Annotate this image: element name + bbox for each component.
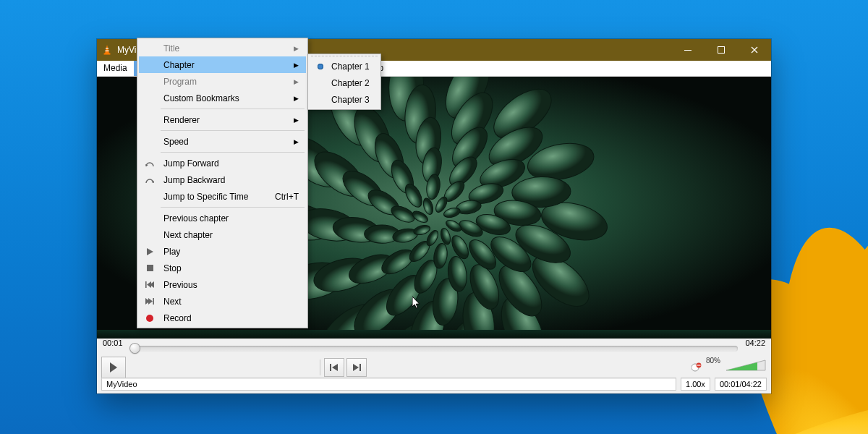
chapter-submenu-item[interactable]: Chapter 1 xyxy=(310,58,379,75)
submenu-arrow-icon: ▶ xyxy=(294,95,299,102)
svg-rect-10 xyxy=(718,47,725,54)
chapter-label: Chapter 3 xyxy=(331,95,370,105)
chapter-submenu-item[interactable]: Chapter 2 xyxy=(310,75,379,91)
playback-menu-item: Title▶ xyxy=(139,40,306,56)
chapter-submenu: Chapter 1Chapter 2Chapter 3 xyxy=(307,54,381,110)
total-time[interactable]: 04:22 xyxy=(745,339,765,347)
mute-toggle-icon[interactable] xyxy=(692,362,702,373)
frame-taskbar-strip xyxy=(97,330,771,339)
menu-item-label: Stop xyxy=(163,263,182,273)
playback-menu-item[interactable]: Chapter▶ xyxy=(139,56,306,73)
submenu-arrow-icon: ▶ xyxy=(294,61,299,69)
menu-item-label: Record xyxy=(163,313,192,323)
svg-rect-85 xyxy=(697,365,701,365)
volume-slider[interactable] xyxy=(725,359,767,376)
minimize-button[interactable] xyxy=(671,39,705,61)
playback-menu-item[interactable]: Custom Bookmarks▶ xyxy=(139,90,306,106)
menu-item-label: Jump Backward xyxy=(163,175,225,185)
radio-selected-icon xyxy=(313,64,328,69)
stop-icon xyxy=(142,265,157,271)
playback-menu-item[interactable]: Previous chapter xyxy=(139,210,306,226)
menu-item-label: Next chapter xyxy=(163,230,213,240)
maximize-button[interactable] xyxy=(705,39,738,61)
submenu-arrow-icon: ▶ xyxy=(294,116,299,124)
menu-item-label: Renderer xyxy=(163,115,200,125)
menu-item-label: Previous xyxy=(163,280,197,290)
status-time[interactable]: 00:01/04:22 xyxy=(715,378,767,391)
svg-rect-87 xyxy=(145,281,147,288)
svg-rect-88 xyxy=(153,298,154,305)
play-button[interactable] xyxy=(101,357,126,378)
svg-rect-8 xyxy=(104,54,111,55)
playback-menu-item[interactable]: Stop xyxy=(139,260,306,276)
skip-next-icon xyxy=(142,298,157,305)
vlc-cone-icon xyxy=(97,44,117,56)
jump-backward-icon xyxy=(142,176,157,184)
seek-slider[interactable] xyxy=(130,343,738,352)
menu-item-label: Previous chapter xyxy=(163,213,229,224)
controls-panel: 00:01 04:22 80% MyVideo 1.00x 00:01/04:2… xyxy=(97,339,771,393)
playback-menu-item[interactable]: Next xyxy=(139,293,306,310)
chapter-label: Chapter 1 xyxy=(331,61,370,72)
elapsed-time[interactable]: 00:01 xyxy=(103,339,123,347)
playback-menu-item[interactable]: Jump to Specific TimeCtrl+T xyxy=(139,188,306,205)
play-icon xyxy=(142,248,157,255)
svg-rect-6 xyxy=(106,48,109,48)
status-speed[interactable]: 1.00x xyxy=(681,378,710,391)
svg-rect-7 xyxy=(105,51,109,51)
playback-menu-item[interactable]: Play xyxy=(139,243,306,260)
chapter-submenu-item[interactable]: Chapter 3 xyxy=(310,91,379,108)
svg-rect-9 xyxy=(684,50,692,51)
menu-accelerator: Ctrl+T xyxy=(275,192,299,202)
svg-rect-82 xyxy=(359,364,361,371)
playback-menu-item: Program▶ xyxy=(139,73,306,90)
svg-rect-86 xyxy=(147,265,153,271)
jump-forward-icon xyxy=(142,160,157,167)
chapter-label: Chapter 2 xyxy=(331,78,370,88)
volume-percent: 80% xyxy=(706,357,720,365)
menu-item-label: Next xyxy=(163,297,182,307)
submenu-arrow-icon: ▶ xyxy=(294,78,299,85)
close-button[interactable] xyxy=(738,39,771,61)
record-icon xyxy=(142,315,157,322)
menu-item-label: Title xyxy=(163,43,179,54)
menu-item-label: Speed xyxy=(163,137,189,147)
menu-media[interactable]: Media xyxy=(97,61,134,76)
playback-menu-item[interactable]: Jump Backward xyxy=(139,171,306,188)
playback-menu-item[interactable]: Jump Forward xyxy=(139,155,306,171)
menu-item-label: Jump Forward xyxy=(163,158,219,169)
menu-item-label: Jump to Specific Time xyxy=(163,192,248,202)
submenu-arrow-icon: ▶ xyxy=(294,45,299,52)
status-filename: MyVideo xyxy=(101,378,676,391)
menu-item-label: Program xyxy=(163,77,197,87)
menu-item-label: Chapter xyxy=(163,60,195,70)
playback-menu-item[interactable]: Record xyxy=(139,310,306,326)
svg-rect-81 xyxy=(330,364,331,371)
menu-item-label: Custom Bookmarks xyxy=(163,93,239,103)
menu-item-label: Play xyxy=(163,247,180,257)
skip-previous-icon xyxy=(142,281,157,288)
playback-menu-item[interactable]: Renderer▶ xyxy=(139,111,306,128)
skip-next-button[interactable] xyxy=(346,358,367,377)
playback-menu-item[interactable]: Previous xyxy=(139,276,306,293)
playback-menu-item[interactable]: Speed▶ xyxy=(139,133,306,150)
skip-previous-button[interactable] xyxy=(324,358,344,377)
playback-menu-item[interactable]: Next chapter xyxy=(139,226,306,243)
playback-dropdown: Title▶Chapter▶Program▶Custom Bookmarks▶R… xyxy=(137,38,308,328)
submenu-arrow-icon: ▶ xyxy=(294,138,299,145)
